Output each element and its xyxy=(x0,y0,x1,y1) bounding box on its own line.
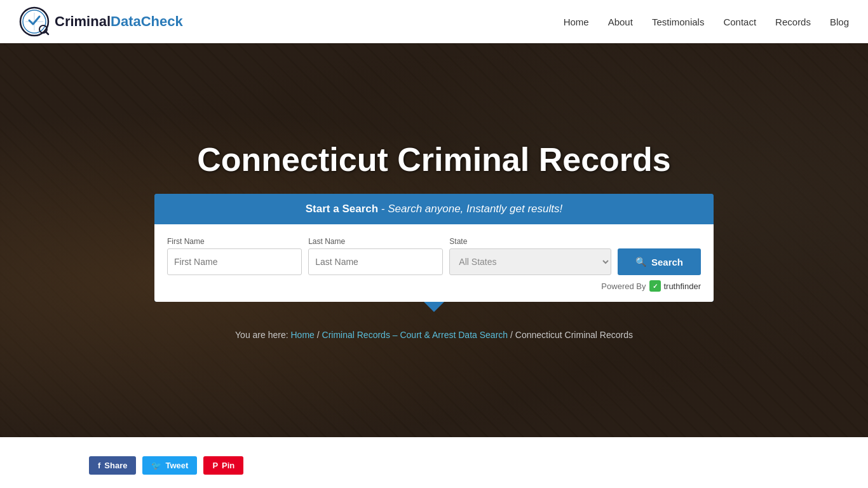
truthfinder-logo: ✓ truthfinder xyxy=(649,280,701,292)
hero-content: Connecticut Criminal Records Start a Sea… xyxy=(0,140,868,340)
powered-by: Powered By ✓ truthfinder xyxy=(167,280,701,292)
search-button-label: Search xyxy=(651,257,683,268)
logo-text: CriminalDataCheck xyxy=(55,13,183,30)
state-select[interactable]: All StatesAlabamaAlaskaArizonaArkansasCa… xyxy=(449,248,611,275)
main-nav: Home About Testimonials Contact Records … xyxy=(564,17,849,27)
facebook-share-button[interactable]: f Share xyxy=(89,456,136,475)
twitter-icon: 🐦 xyxy=(151,461,161,470)
nav-about[interactable]: About xyxy=(608,17,633,27)
breadcrumb-sep2: / xyxy=(510,330,515,340)
search-header-italic: - Search anyone, Instantly get results! xyxy=(381,203,562,215)
search-widget-body: First Name Last Name State All StatesAla… xyxy=(154,224,714,302)
facebook-icon: f xyxy=(98,461,100,470)
search-form-row: First Name Last Name State All StatesAla… xyxy=(167,237,701,275)
hero-title: Connecticut Criminal Records xyxy=(197,140,670,179)
breadcrumb-current: Connecticut Criminal Records xyxy=(515,330,633,340)
breadcrumb-home[interactable]: Home xyxy=(291,330,315,340)
state-label: State xyxy=(449,237,611,246)
last-name-input[interactable] xyxy=(308,248,443,275)
search-button[interactable]: 🔍 Search xyxy=(618,248,701,275)
share-label: Share xyxy=(104,461,127,470)
tweet-label: Tweet xyxy=(165,461,188,470)
logo-icon xyxy=(19,6,50,37)
pinterest-pin-button[interactable]: P Pin xyxy=(203,456,243,475)
search-widget-wrapper: Start a Search - Search anyone, Instantl… xyxy=(154,194,714,312)
nav-home[interactable]: Home xyxy=(564,17,589,27)
nav-blog[interactable]: Blog xyxy=(830,17,849,27)
hero-section: Connecticut Criminal Records Start a Sea… xyxy=(0,43,868,437)
search-icon: 🔍 xyxy=(635,257,646,267)
search-widget-header: Start a Search - Search anyone, Instantl… xyxy=(154,194,714,224)
state-group: State All StatesAlabamaAlaskaArizonaArka… xyxy=(449,237,611,275)
widget-pointer xyxy=(424,302,444,312)
pinterest-icon: P xyxy=(212,461,218,470)
svg-line-3 xyxy=(46,32,48,34)
pin-label: Pin xyxy=(222,461,234,470)
header: CriminalDataCheck Home About Testimonial… xyxy=(0,0,868,43)
breadcrumb-criminal-records[interactable]: Criminal Records – Court & Arrest Data S… xyxy=(322,330,508,340)
logo[interactable]: CriminalDataCheck xyxy=(19,6,183,37)
first-name-label: First Name xyxy=(167,237,302,246)
last-name-group: Last Name xyxy=(308,237,443,275)
bottom-section: f Share 🐦 Tweet P Pin xyxy=(0,437,868,488)
powered-by-text: Powered By xyxy=(601,281,646,291)
search-header-bold: Start a Search xyxy=(306,203,378,215)
search-widget: Start a Search - Search anyone, Instantl… xyxy=(154,194,714,302)
twitter-tweet-button[interactable]: 🐦 Tweet xyxy=(142,456,197,475)
social-buttons: f Share 🐦 Tweet P Pin xyxy=(89,456,779,475)
nav-contact[interactable]: Contact xyxy=(723,17,756,27)
breadcrumb-prefix: You are here: xyxy=(235,330,290,340)
nav-testimonials[interactable]: Testimonials xyxy=(652,17,705,27)
breadcrumb-sep1: / xyxy=(317,330,322,340)
first-name-input[interactable] xyxy=(167,248,302,275)
breadcrumb: You are here: Home / Criminal Records – … xyxy=(235,330,633,340)
truthfinder-icon: ✓ xyxy=(649,280,661,292)
first-name-group: First Name xyxy=(167,237,302,275)
last-name-label: Last Name xyxy=(308,237,443,246)
nav-records[interactable]: Records xyxy=(775,17,811,27)
truthfinder-text: truthfinder xyxy=(663,281,701,291)
